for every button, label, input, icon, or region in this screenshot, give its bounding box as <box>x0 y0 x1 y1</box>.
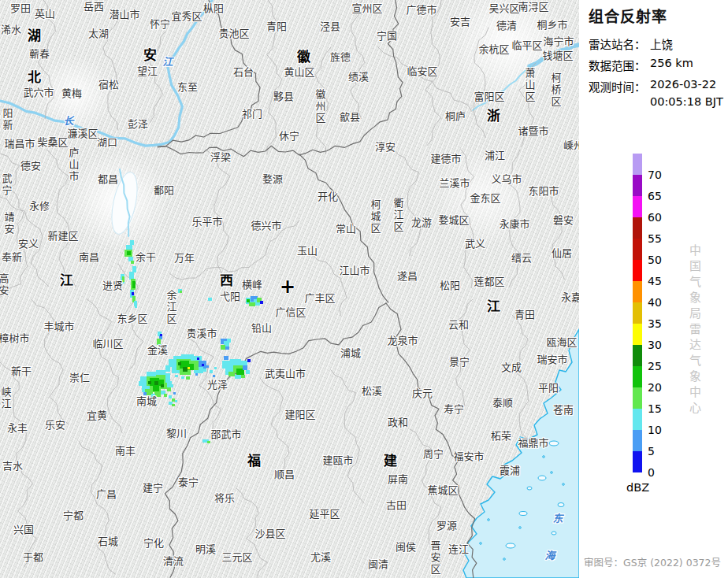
place-name-label: 吴兴区 <box>488 3 519 13</box>
place-name-label: 缙云 <box>511 253 532 263</box>
place-name-label: 广丰区 <box>304 293 335 303</box>
map-approval-number: 审图号：GS京 (2022) 0372号 <box>584 554 721 569</box>
data-range-label: 数据范围： <box>589 57 646 73</box>
place-name-label: 吉水 <box>2 461 23 471</box>
place-name-label: 宁都 <box>63 510 84 521</box>
place-name-label: 黄山区 <box>284 67 314 77</box>
place-name-label: 建瓯市 <box>322 455 353 465</box>
place-name-label: 莲都区 <box>474 276 504 287</box>
water-name-label: 长 <box>63 116 73 126</box>
water-name-label: 东 <box>552 513 563 524</box>
place-name-label: 兴国 <box>13 524 34 535</box>
place-name-label: 闽清 <box>368 559 388 569</box>
place-name-label: 宣州区 <box>351 3 382 13</box>
place-name-label: 泰顺 <box>492 398 513 408</box>
place-name-label: 永修 <box>29 201 50 211</box>
place-name-label: 南昌 <box>79 252 99 262</box>
place-name-label: 闽侯 <box>396 542 416 552</box>
info-panel: 组合反射率 雷达站名： 上饶 数据范围： 256 km 观测时间： 2026-0… <box>579 0 728 578</box>
province-name-label: 江 <box>60 274 74 287</box>
place-name-label: 余杭区 <box>478 44 509 54</box>
place-name-label: 南丰 <box>115 446 136 456</box>
place-name-label: 瑞安市 <box>537 354 567 365</box>
place-name-label: 桐乡市 <box>537 20 567 30</box>
place-name-label: 临平区 <box>511 40 542 50</box>
map-label-layer: 罗田英山岳西潜山市怀宁宜秀区浠水太湖蕲春望江武穴市黄梅宿松东至彭泽瑞昌市柴桑区濂… <box>0 0 579 578</box>
province-name-label: 福 <box>247 454 262 468</box>
place-name-label: 柯城区 <box>370 199 381 235</box>
place-name-label: 婺城区 <box>438 215 469 225</box>
legend-color-step <box>633 451 642 472</box>
place-name-label: 铅山 <box>251 323 272 333</box>
place-name-label: 余江区 <box>166 290 176 325</box>
place-name-label: 绩溪 <box>348 72 369 82</box>
place-name-label: 明溪 <box>195 544 216 554</box>
legend-color-step <box>633 217 642 239</box>
place-name-label: 新建区 <box>47 231 78 241</box>
place-name-label: 钱塘区 <box>542 50 573 61</box>
place-name-label: 诸暨市 <box>518 126 548 136</box>
place-name-label: 湖口 <box>97 137 117 147</box>
place-name-label: 德兴市 <box>251 220 281 231</box>
place-name-label: 宁化 <box>143 538 164 548</box>
place-name-label: 武穴市 <box>23 87 54 98</box>
obs-time-label: 观测时间： <box>589 78 646 94</box>
legend-tick-value: 35 <box>648 317 662 330</box>
place-name-label: 永康市 <box>499 219 529 229</box>
place-name-label: 尤溪 <box>310 552 331 562</box>
legend-color-step <box>633 409 642 430</box>
place-name-label: 岳西 <box>84 2 104 12</box>
place-name-label: 临安区 <box>407 66 437 76</box>
place-name-label: 龙游 <box>411 217 432 228</box>
place-name-label: 婺源 <box>262 174 283 184</box>
place-name-label: 广德市 <box>406 5 436 15</box>
place-name-label: 丰城市 <box>43 321 74 332</box>
legend-tick-value: 5 <box>648 445 655 458</box>
place-name-label: 泾县 <box>320 21 340 31</box>
place-name-label: 宜秀区 <box>171 11 202 21</box>
place-name-label: 旌德 <box>330 52 351 62</box>
place-name-label: 余干 <box>136 252 156 262</box>
agency-watermark: 中国气象局雷达气象中心 <box>686 244 703 417</box>
place-name-label: 萧山区 <box>525 68 535 103</box>
place-name-label: 南城 <box>136 396 157 406</box>
place-name-label: 青田 <box>514 309 535 320</box>
place-name-label: 清流 <box>163 556 184 566</box>
place-name-label: 蕲春 <box>29 49 50 59</box>
place-name-label: 兰溪市 <box>439 178 470 188</box>
place-name-label: 仙居 <box>552 248 572 258</box>
place-name-label: 柯桥区 <box>551 72 561 108</box>
place-name-label: 苍南 <box>553 405 574 415</box>
legend-color-step <box>633 281 642 302</box>
place-name-label: 东乡区 <box>117 313 147 324</box>
legend-color-step <box>633 260 642 281</box>
place-name-label: 英山 <box>35 9 55 19</box>
place-name-label: 彭泽 <box>128 119 148 129</box>
place-name-label: 樟树市 <box>0 333 30 343</box>
place-name-label: 邵武市 <box>210 429 241 439</box>
legend-tick-value: 10 <box>648 424 662 436</box>
province-name-label: 湖 <box>28 29 42 43</box>
place-name-label: 宿松 <box>98 80 119 90</box>
place-name-label: 蕉城区 <box>427 485 458 495</box>
legend-color-step <box>633 239 642 260</box>
color-scale-unit: dBZ <box>626 481 649 494</box>
place-name-label: 崇仁 <box>69 372 90 383</box>
place-name-label: 富阳区 <box>474 91 504 102</box>
place-name-label: 平阳 <box>538 383 559 393</box>
place-name-label: 广信区 <box>275 307 306 317</box>
province-name-label: 建 <box>384 454 398 468</box>
place-name-label: 黟县 <box>273 91 294 102</box>
place-name-label: 庆元 <box>412 388 433 398</box>
place-name-label: 太湖 <box>88 28 109 39</box>
place-name-label: 宁国 <box>377 31 397 41</box>
place-name-label: 周宁 <box>423 449 444 459</box>
legend-tick-value: 15 <box>648 402 662 415</box>
place-name-label: 延平区 <box>309 509 340 519</box>
place-name-label: 福鼎市 <box>518 438 548 448</box>
place-name-label: 望江 <box>137 66 158 76</box>
place-name-label: 休宁 <box>279 131 299 141</box>
place-name-label: 瓯海区 <box>546 337 577 347</box>
place-name-label: 将乐 <box>214 493 235 503</box>
legend-color-step <box>633 345 642 366</box>
